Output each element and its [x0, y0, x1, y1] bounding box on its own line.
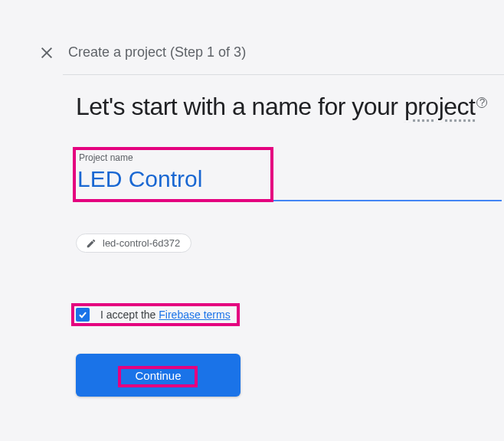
close-icon[interactable] — [41, 47, 53, 59]
terms-text: I accept the Firebase terms — [100, 309, 231, 321]
project-name-group: Project name — [76, 152, 503, 201]
heading-part1: Let's start with a name for your — [76, 93, 404, 120]
project-id-text: led-control-6d372 — [103, 237, 180, 249]
project-name-input[interactable] — [76, 163, 503, 200]
input-underline — [74, 200, 502, 201]
project-id-chip[interactable]: led-control-6d372 — [76, 234, 191, 253]
project-name-label: Project name — [76, 152, 503, 163]
pencil-icon — [86, 238, 97, 249]
terms-prefix: I accept the — [100, 309, 159, 321]
page-heading: Let's start with a name for your project… — [76, 90, 504, 123]
firebase-terms-link[interactable]: Firebase terms — [159, 309, 230, 321]
continue-button[interactable]: Continue — [76, 354, 241, 397]
terms-row: I accept the Firebase terms — [76, 308, 504, 322]
terms-checkbox[interactable] — [76, 308, 90, 322]
header-title: Create a project (Step 1 of 3) — [68, 44, 246, 60]
heading-project-word: project — [404, 93, 476, 120]
help-icon[interactable]: ? — [476, 97, 487, 108]
